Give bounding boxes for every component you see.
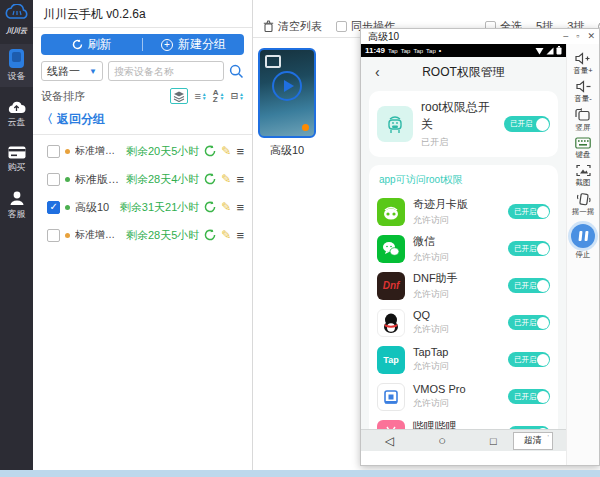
signal-icon xyxy=(546,47,554,55)
menu-icon[interactable]: ≡ xyxy=(236,172,244,187)
menu-icon[interactable]: ≡ xyxy=(236,200,244,215)
menu-icon[interactable]: ≡ xyxy=(236,144,244,159)
device-checkbox[interactable] xyxy=(47,145,60,158)
device-checkbox[interactable] xyxy=(47,229,60,242)
renew-icon[interactable] xyxy=(204,145,216,157)
search-input[interactable] xyxy=(114,66,218,77)
device-time-remaining: 剩余28天5小时 xyxy=(126,228,199,243)
back-icon[interactable]: ‹ xyxy=(375,64,380,80)
app-row: 哔哩哔哩允许访问 已开启 xyxy=(377,415,550,429)
search-icon[interactable] xyxy=(229,64,244,79)
toggle-label: 已开启 xyxy=(514,355,537,365)
sidebar-item-buy[interactable]: 购买 xyxy=(0,141,33,178)
shake-button[interactable]: 摇一摇 xyxy=(572,192,595,217)
minimize-button[interactable]: – xyxy=(563,32,568,41)
renew-icon[interactable] xyxy=(204,229,216,241)
shake-icon xyxy=(576,192,591,206)
nav-back-button[interactable]: ◁ xyxy=(385,434,394,448)
refresh-label: 刷新 xyxy=(88,36,112,53)
sync-ops-checkbox[interactable] xyxy=(336,21,347,32)
master-toggle-on[interactable]: 已开启 xyxy=(504,116,550,132)
new-group-button[interactable]: + 新建分组 xyxy=(143,34,244,55)
app-toggle-on[interactable]: 已开启 xyxy=(508,426,550,429)
refresh-button[interactable]: 刷新 xyxy=(41,34,142,55)
app-toggle-on[interactable]: 已开启 xyxy=(508,315,550,330)
app-name: DNF助手 xyxy=(413,271,458,286)
sort-custom-icon[interactable]: ≡▲▼ xyxy=(194,90,206,102)
close-button[interactable]: ✕ xyxy=(587,32,595,41)
notification-badge: Tap xyxy=(401,48,411,54)
chevron-down-icon: ▼ xyxy=(89,67,97,76)
device-row-selected[interactable]: 高级10 剩余31天21小时 ✎ ≡ xyxy=(33,193,252,221)
play-icon[interactable] xyxy=(272,71,302,101)
customer-service-icon xyxy=(9,191,25,206)
edit-icon[interactable]: ✎ xyxy=(221,228,231,242)
app-toggle-on[interactable]: 已开启 xyxy=(508,352,550,367)
volume-down-button[interactable]: 音量- xyxy=(574,80,592,104)
cloud-disk-icon xyxy=(7,100,26,114)
window-controls: – ▫ ✕ xyxy=(563,32,595,41)
device-checkbox[interactable] xyxy=(47,173,60,186)
phone-window: 高级10 – ▫ ✕ 11:49 Tap Tap Tap Tap • xyxy=(360,28,600,466)
device-thumbnail[interactable] xyxy=(258,48,316,138)
window-title: 川川云手机 v0.2.6a xyxy=(33,0,252,28)
layers-view-icon[interactable] xyxy=(170,88,188,104)
refresh-icon xyxy=(72,39,83,50)
line-select-value: 线路一 xyxy=(47,64,80,79)
notification-badge: Tap xyxy=(413,48,423,54)
clear-list-button[interactable]: 清空列表 xyxy=(263,19,322,34)
sort-alpha-icon[interactable]: AZ▲▼ xyxy=(213,89,225,103)
app-toggle-on[interactable]: 已开启 xyxy=(508,241,550,256)
sidebar-item-cloud-disk[interactable]: 云盘 xyxy=(0,95,33,133)
more-notifications-dot: • xyxy=(439,47,441,54)
thumbnail-checkbox[interactable] xyxy=(265,55,281,68)
root-apps-card: app可访问root权限 奇迹月卡版允许访问 已开启 微信允许访问 已 xyxy=(369,165,558,429)
cloud-logo-icon xyxy=(4,4,30,22)
edit-icon[interactable]: ✎ xyxy=(221,144,231,158)
line-select-dropdown[interactable]: 线路一 ▼ xyxy=(41,61,103,81)
rotate-screen-button[interactable]: 竖屏 xyxy=(575,108,591,133)
maximize-button[interactable]: ▫ xyxy=(576,32,579,41)
toggle-label: 已开启 xyxy=(514,318,537,328)
trash-icon xyxy=(263,20,274,32)
sidebar-item-devices[interactable]: 设备 xyxy=(0,44,33,87)
device-row[interactable]: 标准版广… 剩余28天4小时 ✎ ≡ xyxy=(33,165,252,193)
menu-icon[interactable]: ≡ xyxy=(236,228,244,243)
stop-button[interactable]: 停止 xyxy=(571,221,595,260)
keyboard-button[interactable]: 键盘 xyxy=(575,137,591,160)
root-master-card: root权限总开关 已开启 已开启 xyxy=(369,91,558,157)
nav-home-button[interactable]: ○ xyxy=(438,433,446,448)
sidebar-item-support[interactable]: 客服 xyxy=(0,186,33,225)
sidebar-item-label: 云盘 xyxy=(8,116,26,129)
device-name: 标准版广… xyxy=(75,172,121,187)
tap-icon-text: Tap xyxy=(383,355,398,365)
app-toggle-on[interactable]: 已开启 xyxy=(508,204,550,219)
plus-icon: + xyxy=(161,39,173,51)
app-permission: 允许访问 xyxy=(413,288,458,301)
wifi-icon xyxy=(535,47,544,55)
device-checkbox[interactable] xyxy=(47,201,60,214)
device-name: 标准增城自用 xyxy=(75,228,121,242)
device-list: 标准增城测试 剩余20天5小时 ✎ ≡ 标准版广… 剩余28天4小时 ✎ ≡ 高… xyxy=(33,137,252,249)
app-toggle-on[interactable]: 已开启 xyxy=(508,278,550,293)
master-switch-status: 已开启 xyxy=(421,136,496,149)
device-row[interactable]: 标准增城自用 剩余28天5小时 ✎ ≡ xyxy=(33,221,252,249)
app-toggle-on[interactable]: 已开启 xyxy=(508,389,550,404)
app-name: 奇迹月卡版 xyxy=(413,197,468,212)
device-row[interactable]: 标准增城测试 剩余20天5小时 ✎ ≡ xyxy=(33,137,252,165)
nav-recents-button[interactable]: □ xyxy=(490,435,497,447)
thumbnail-label: 高级10 xyxy=(253,143,321,158)
quality-selector[interactable]: 超清 xyxy=(513,432,553,450)
toggle-label: 已开启 xyxy=(514,207,537,217)
sort-time-icon[interactable]: ⊟▲▼ xyxy=(231,91,245,101)
new-group-label: 新建分组 xyxy=(178,36,226,53)
renew-icon[interactable] xyxy=(204,201,216,213)
edit-icon[interactable]: ✎ xyxy=(221,172,231,186)
renew-icon[interactable] xyxy=(204,173,216,185)
back-to-groups-link[interactable]: 〈 返回分组 xyxy=(41,111,244,128)
logo-text: 川川云 xyxy=(4,26,30,36)
volume-up-button[interactable]: 音量+ xyxy=(573,52,592,76)
phone-window-titlebar[interactable]: 高级10 – ▫ ✕ xyxy=(361,29,599,44)
edit-icon[interactable]: ✎ xyxy=(221,200,231,214)
screenshot-button[interactable]: 截图 xyxy=(576,164,591,188)
